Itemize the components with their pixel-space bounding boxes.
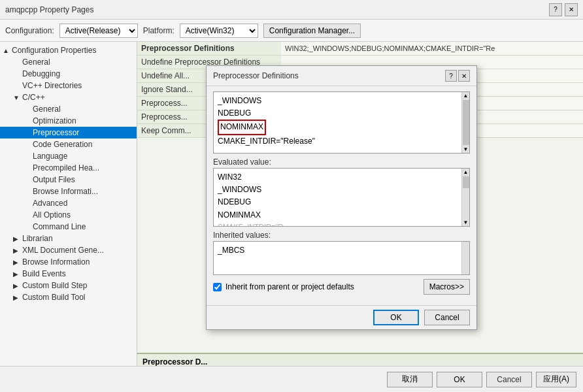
cancel-dialog-button[interactable]: Cancel — [424, 310, 470, 325]
inherit-checkbox-row: Inherit from parent or project defaults … — [213, 279, 470, 295]
edit-line-1: _WINDOWS — [218, 95, 458, 107]
eval-line-1: WIN32 — [218, 171, 458, 184]
ok-dialog-button[interactable]: OK — [373, 310, 419, 325]
preprocessor-dialog: Preprocessor Definitions ? ✕ _WINDOWS ND… — [206, 65, 477, 330]
evaluated-label: Evaluated value: — [213, 157, 470, 167]
eval-line-3: NDEBUG — [218, 196, 458, 208]
modal-overlay: Preprocessor Definitions ? ✕ _WINDOWS ND… — [0, 0, 583, 392]
eval-vscroll[interactable]: ▲ ▼ — [461, 169, 469, 226]
eval-line-5: CMAKE_INTDIR="R... — [218, 221, 458, 227]
dialog-controls: ? ✕ — [445, 70, 470, 82]
eval-scroll-down[interactable]: ▼ — [463, 219, 469, 226]
dialog-footer: OK Cancel — [207, 305, 476, 329]
definitions-edit-box[interactable]: _WINDOWS NDEBUG NOMINMAX CMAKE_INTDIR="R… — [213, 91, 470, 154]
dialog-body: _WINDOWS NDEBUG NOMINMAX CMAKE_INTDIR="R… — [207, 86, 476, 305]
dialog-title: Preprocessor Definitions — [213, 71, 299, 80]
eval-line-2: _WINDOWS — [218, 184, 458, 196]
inherit-checkbox-label: Inherit from parent or project defaults — [225, 282, 354, 291]
inherited-box[interactable]: _MBCS — [213, 241, 470, 275]
scroll-up-btn[interactable]: ▲ — [463, 92, 469, 99]
dialog-titlebar: Preprocessor Definitions ? ✕ — [207, 66, 476, 86]
inherited-line-1: _MBCS — [218, 244, 458, 257]
inherited-label: Inherited values: — [213, 231, 470, 240]
eval-line-4: NOMINMAX — [218, 209, 458, 221]
scroll-down-btn[interactable]: ▼ — [463, 146, 469, 153]
dialog-close-button[interactable]: ✕ — [458, 70, 470, 82]
edit-line-2: NDEBUG — [218, 107, 458, 120]
inherited-content: _MBCS — [214, 242, 461, 274]
eval-scroll-thumb[interactable] — [463, 176, 469, 188]
hscroll-bar[interactable]: ◀ ▶ — [214, 153, 469, 154]
edit-content[interactable]: _WINDOWS NDEBUG NOMINMAX CMAKE_INTDIR="R… — [214, 92, 461, 153]
vscroll-track[interactable]: ▲ ▼ — [461, 92, 469, 153]
evaluated-box[interactable]: WIN32 _WINDOWS NDEBUG NOMINMAX CMAKE_INT… — [213, 168, 470, 227]
vscroll-thumb[interactable] — [463, 100, 469, 145]
macros-button[interactable]: Macros>> — [424, 279, 470, 295]
dialog-help-button[interactable]: ? — [445, 70, 457, 82]
eval-hscroll[interactable]: ◀ ▶ — [214, 226, 469, 227]
edit-line-4: CMAKE_INTDIR="Release" — [218, 135, 458, 148]
evaluated-content: WIN32 _WINDOWS NDEBUG NOMINMAX CMAKE_INT… — [214, 169, 461, 226]
eval-scroll-up[interactable]: ▲ — [463, 169, 469, 176]
inherited-vscroll[interactable] — [461, 242, 469, 274]
inherit-checkbox[interactable] — [213, 283, 222, 291]
edit-line-highlighted: NOMINMAX — [218, 120, 266, 135]
